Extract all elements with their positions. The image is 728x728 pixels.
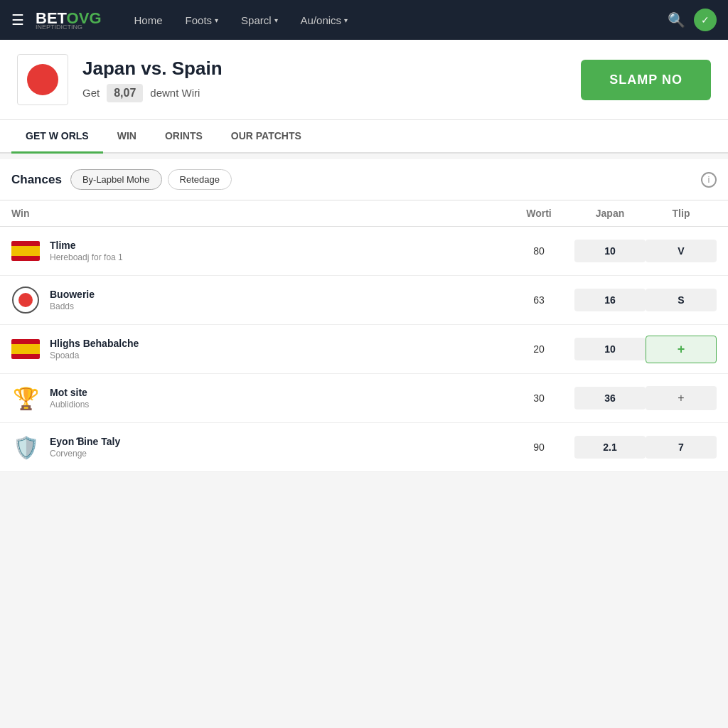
row-tlip[interactable]: + (646, 386, 717, 410)
row-name: Buowerie (50, 289, 95, 300)
row-worti: 80 (503, 245, 574, 257)
row-name: Tlime (50, 240, 123, 251)
japan-flag-circle (27, 64, 58, 95)
row-tlip[interactable]: S (646, 289, 717, 311)
row-japan-odds[interactable]: 2.1 (574, 436, 646, 459)
nav-auonics[interactable]: Au/onics ▾ (291, 9, 358, 32)
row-worti: 90 (503, 441, 574, 453)
table-row: Hlighs Behabalche Spoada 20 10 + (0, 325, 728, 374)
tab-orints[interactable]: ORINTS (151, 120, 217, 154)
spain-flag-icon (11, 335, 40, 363)
row-name: Hlighs Behabalche (50, 338, 139, 349)
row-left: 🏆 Mot site Aublidions (11, 384, 503, 412)
logo: BETOVG INEPTIDICTING (36, 9, 102, 31)
row-worti: 30 (503, 392, 574, 404)
avatar[interactable]: ✓ (694, 9, 717, 31)
slamp-button[interactable]: SLAMP NO (581, 60, 711, 100)
row-tlip[interactable]: V (646, 240, 717, 262)
row-sub: Aublidions (50, 400, 89, 410)
chevron-down-icon: ▾ (344, 16, 348, 24)
get-label: Get (82, 87, 100, 99)
nav-home[interactable]: Home (124, 9, 173, 32)
row-tlip[interactable]: 7 (646, 436, 717, 459)
col-header-win: Win (11, 208, 503, 219)
tab-get-w-orls[interactable]: GET W ORLS (11, 120, 103, 154)
match-sub: Get 8,07 dewnt Wiri (82, 84, 581, 102)
row-text: Tlime Hereboadj for foa 1 (50, 240, 123, 262)
search-icon[interactable]: 🔍 (668, 11, 685, 28)
row-text: Eyon Ɓine Taly Corvenge (50, 436, 120, 459)
row-sub: Hereboadj for foa 1 (50, 252, 123, 262)
filter-retedage[interactable]: Retedage (168, 169, 232, 190)
nav-sparcl[interactable]: Sparcl ▾ (231, 9, 288, 32)
shield-icon: 🛡️ (11, 433, 40, 461)
row-sub: Badds (50, 301, 95, 311)
row-japan-odds[interactable]: 36 (574, 387, 646, 410)
row-name: Eyon Ɓine Taly (50, 436, 120, 447)
nav-right: 🔍 ✓ (668, 9, 717, 31)
info-icon[interactable]: i (701, 172, 717, 188)
row-sub: Spoada (50, 350, 139, 360)
row-text: Hlighs Behabalche Spoada (50, 338, 139, 360)
table-row: Buowerie Badds 63 16 S (0, 276, 728, 325)
navbar: ☰ BETOVG INEPTIDICTING Home Foots ▾ Spar… (0, 0, 728, 40)
trophy-icon: 🏆 (11, 384, 40, 412)
col-header-tlip: Tlip (646, 208, 717, 219)
chances-header: Chances By-Lapbel Mohe Retedage i (0, 159, 728, 200)
row-name: Mot site (50, 387, 89, 398)
chances-title: Chances (11, 173, 62, 187)
odds-suffix: dewnt Wiri (150, 87, 200, 99)
tabs-bar: GET W ORLS WIN ORINTS OUR PATCHTS (0, 120, 728, 154)
match-title: Japan vs. Spain (82, 58, 581, 80)
japan-target-icon (11, 286, 40, 314)
row-left: Buowerie Badds (11, 286, 503, 314)
row-left: Tlime Hereboadj for foa 1 (11, 237, 503, 265)
row-japan-odds[interactable]: 10 (574, 240, 646, 262)
row-left: Hlighs Behabalche Spoada (11, 335, 503, 363)
filter-by-lapbel[interactable]: By-Lapbel Mohe (70, 169, 162, 190)
match-header: Japan vs. Spain Get 8,07 dewnt Wiri SLAM… (0, 40, 728, 120)
row-text: Mot site Aublidions (50, 387, 89, 410)
table-header: Win Worti Japan Tlip (0, 200, 728, 227)
col-header-worti: Worti (503, 208, 574, 219)
nav-foots[interactable]: Foots ▾ (176, 9, 229, 32)
table-row: 🏆 Mot site Aublidions 30 36 + (0, 374, 728, 423)
match-info: Japan vs. Spain Get 8,07 dewnt Wiri (82, 58, 581, 102)
table-row: 🛡️ Eyon Ɓine Taly Corvenge 90 2.1 7 (0, 423, 728, 472)
chevron-down-icon: ▾ (274, 16, 278, 24)
row-sub: Corvenge (50, 449, 120, 459)
row-worti: 63 (503, 294, 574, 306)
row-japan-odds[interactable]: 10 (574, 338, 646, 360)
match-flag (17, 54, 68, 105)
odds-value: 8,07 (107, 84, 143, 102)
nav-items: Home Foots ▾ Sparcl ▾ Au/onics ▾ (124, 9, 662, 32)
col-header-japan: Japan (574, 208, 646, 219)
tab-our-patchts[interactable]: OUR PATCHTS (217, 120, 316, 154)
row-tlip-green[interactable]: + (646, 336, 717, 363)
chevron-down-icon: ▾ (215, 16, 218, 24)
tab-win[interactable]: WIN (103, 120, 151, 154)
hamburger-icon[interactable]: ☰ (11, 11, 24, 28)
spain-flag-icon (11, 237, 40, 265)
chances-section: Chances By-Lapbel Mohe Retedage i Win Wo… (0, 159, 728, 472)
row-japan-odds[interactable]: 16 (574, 289, 646, 311)
row-worti: 20 (503, 343, 574, 355)
table-row: Tlime Hereboadj for foa 1 80 10 V (0, 227, 728, 276)
row-text: Buowerie Badds (50, 289, 95, 311)
row-left: 🛡️ Eyon Ɓine Taly Corvenge (11, 433, 503, 461)
